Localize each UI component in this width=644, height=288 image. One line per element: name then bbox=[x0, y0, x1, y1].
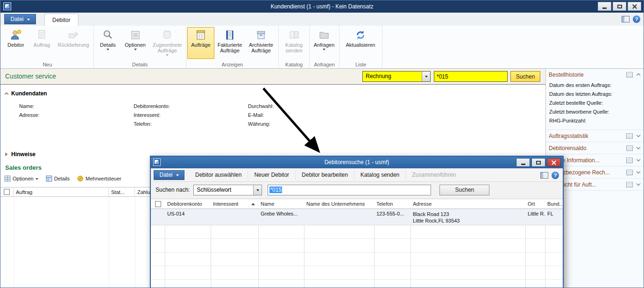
chevron-up-icon bbox=[5, 92, 8, 96]
refresh-icon bbox=[354, 29, 368, 42]
grid-row-us-014[interactable]: US-014 Grebe Wholes... 123-555-0... Blac… bbox=[151, 209, 563, 225]
factbox-menu-icon[interactable] bbox=[626, 170, 633, 175]
debitor-button[interactable]: Debitor bbox=[2, 27, 29, 59]
dialog-search-button[interactable]: Suchen bbox=[439, 185, 489, 195]
dialog-search-input[interactable]: *015 bbox=[268, 185, 431, 195]
menu-katalog-senden[interactable]: Katalog senden bbox=[354, 170, 406, 180]
hinweise-section-header[interactable]: Hinweise bbox=[5, 151, 35, 158]
factbox-menu-icon[interactable] bbox=[626, 158, 633, 163]
chevron-down-icon bbox=[425, 76, 428, 79]
factbox-item: Datum des letzten Auftrags: bbox=[549, 90, 641, 99]
column-header-status[interactable]: Stat... bbox=[109, 187, 135, 196]
tab-debitor[interactable]: Debitor bbox=[44, 14, 78, 26]
maximize-button[interactable] bbox=[613, 2, 626, 11]
grid-empty-row bbox=[151, 225, 563, 239]
column-header-unternehmen[interactable]: Name des Unternehmens bbox=[304, 199, 374, 209]
column-header-interessent[interactable]: Interessent bbox=[211, 199, 258, 209]
dialog-close-button[interactable] bbox=[547, 158, 561, 167]
layout-panes-icon[interactable] bbox=[622, 16, 630, 22]
factbox-menu-icon[interactable] bbox=[626, 182, 633, 187]
button-label: Archivierte Aufträge bbox=[246, 42, 276, 53]
button-label: Auftrag bbox=[34, 42, 50, 48]
zugeordnete-auftraege-button[interactable]: Zugeordnete Aufträge bbox=[149, 27, 185, 59]
aktualisieren-button[interactable]: Aktualisieren bbox=[340, 27, 381, 59]
details-button[interactable]: Details bbox=[95, 27, 121, 59]
close-button[interactable] bbox=[628, 2, 641, 11]
orders-grid-icon bbox=[194, 29, 208, 42]
factbox-menu-icon[interactable] bbox=[626, 145, 633, 151]
column-header-auftrag[interactable]: Auftrag bbox=[14, 187, 109, 196]
chevron-down-icon[interactable] bbox=[637, 158, 640, 161]
factbox-menu-icon[interactable] bbox=[626, 133, 633, 139]
factbox-header-auftragsstatistik[interactable]: Auftragsstatistik bbox=[549, 131, 641, 140]
dialog-maximize-button[interactable] bbox=[531, 158, 545, 167]
layout-panes-icon[interactable] bbox=[540, 172, 548, 179]
chevron-down-icon bbox=[106, 49, 109, 52]
anfragen-button[interactable]: Anfragen bbox=[311, 27, 338, 59]
select-all-checkbox[interactable] bbox=[155, 201, 161, 207]
ribbon-right-icons: ? bbox=[622, 15, 640, 23]
kundendaten-section-header[interactable]: Kundendaten bbox=[5, 90, 47, 97]
tax-coin-icon bbox=[77, 175, 84, 182]
column-header-adresse[interactable]: Adresse bbox=[410, 199, 525, 209]
section-title: Hinweise bbox=[11, 151, 35, 158]
auftrag-button[interactable]: Auftrag bbox=[29, 27, 55, 59]
main-titlebar: Kundendienst (1 - usmf) - Kein Datensatz bbox=[0, 0, 644, 13]
chevron-down-icon[interactable] bbox=[637, 170, 640, 173]
minimize-button[interactable] bbox=[598, 2, 611, 11]
dropdown-arrow-button[interactable] bbox=[253, 185, 262, 195]
optionen-button[interactable]: Optionen bbox=[121, 27, 150, 59]
factbox-header-debitorensaldo[interactable]: Debitorensaldo bbox=[549, 144, 641, 152]
menu-neuer-debitor[interactable]: Neuer Debitor bbox=[248, 170, 296, 180]
auftraege-button[interactable]: Aufträge bbox=[187, 27, 214, 59]
toolbar-details-button[interactable]: Details bbox=[46, 175, 70, 182]
cell-interessent bbox=[211, 209, 258, 225]
chevron-up-icon[interactable] bbox=[637, 73, 640, 77]
header-checkbox-cell bbox=[151, 199, 165, 209]
button-label: Aufträge bbox=[191, 42, 211, 48]
column-header-label: Interessent bbox=[213, 201, 238, 207]
help-icon[interactable]: ? bbox=[552, 172, 559, 179]
dialog-file-menu-button[interactable]: Datei bbox=[154, 170, 184, 180]
dialog-window-controls bbox=[516, 158, 561, 167]
factbox-header-bestellhistorie[interactable]: Bestellhistorie bbox=[549, 70, 641, 79]
maximize-icon bbox=[617, 5, 622, 8]
menu-debitor-bearbeiten[interactable]: Debitor bearbeiten bbox=[296, 170, 354, 180]
column-header-bundesland[interactable]: Bund... bbox=[545, 199, 563, 209]
chevron-down-icon[interactable] bbox=[637, 182, 640, 186]
fakturierte-auftraege-button[interactable]: Fakturierte Aufträge bbox=[214, 27, 245, 59]
filter-field-dropdown[interactable]: Rechnung bbox=[362, 71, 431, 82]
chevron-down-icon[interactable] bbox=[637, 145, 640, 149]
select-all-checkbox[interactable] bbox=[4, 189, 10, 195]
column-header-debitorenkonto[interactable]: Debitorenkonto bbox=[165, 199, 211, 209]
dialog-minimize-button[interactable] bbox=[516, 158, 530, 167]
factbox-menu-icon[interactable] bbox=[626, 72, 633, 78]
collapsed-triangle-icon bbox=[5, 152, 8, 156]
factbox-item: Datum des ersten Auftrags: bbox=[549, 81, 641, 90]
search-button[interactable]: Suchen bbox=[510, 71, 540, 82]
column-header-telefon[interactable]: Telefon bbox=[374, 199, 410, 209]
button-label: Rücklieferung bbox=[58, 42, 89, 48]
dialog-title: Debitorensuche (1 - usmf) bbox=[151, 157, 563, 168]
column-header-name[interactable]: Name bbox=[258, 199, 304, 209]
help-icon[interactable]: ? bbox=[633, 15, 640, 23]
archivierte-auftraege-button[interactable]: Archivierte Aufträge bbox=[245, 27, 277, 59]
cell-ort: Little R... bbox=[525, 209, 545, 225]
search-field-dropdown[interactable]: Schlüsselwort bbox=[193, 185, 262, 195]
ribbon: Debitor Auftrag Rücklieferung Neu bbox=[0, 26, 644, 69]
katalog-senden-button[interactable]: Katalog senden bbox=[280, 27, 308, 59]
chevron-down-icon[interactable] bbox=[637, 133, 640, 137]
sales-orders-toolbar: Optionen Details Mehrwertsteuer bbox=[4, 175, 121, 182]
menu-zusammenfuehren[interactable]: Zusammenführen bbox=[406, 170, 462, 180]
column-header-ort[interactable]: Ort bbox=[525, 199, 545, 209]
column-separator bbox=[135, 197, 135, 288]
file-menu-button[interactable]: Datei bbox=[4, 14, 36, 24]
ruecklieferung-button[interactable]: Rücklieferung bbox=[54, 27, 92, 59]
menu-debitor-auswaehlen[interactable]: Debitor auswählen bbox=[189, 170, 248, 180]
toolbar-optionen-button[interactable]: Optionen bbox=[4, 175, 38, 182]
dropdown-arrow-button[interactable] bbox=[422, 72, 430, 81]
toolbar-label: Optionen bbox=[13, 176, 34, 181]
toolbar-mehrwertsteuer-button[interactable]: Mehrwertsteuer bbox=[77, 175, 121, 182]
search-input[interactable] bbox=[434, 71, 508, 82]
header-checkbox-cell bbox=[0, 187, 14, 196]
